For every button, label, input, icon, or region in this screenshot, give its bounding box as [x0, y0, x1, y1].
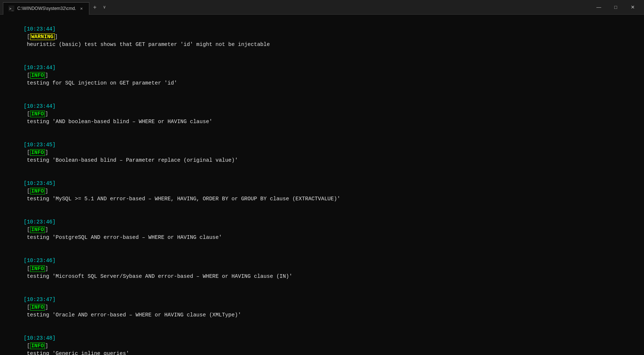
log-line-8: [10:23:47] [INFO] testing 'Oracle AND er…: [4, 288, 640, 327]
tab-close-button[interactable]: ✕: [79, 6, 84, 12]
tab-title: C:\WINDOWS\system32\cmd.: [17, 6, 76, 11]
active-tab[interactable]: >_ C:\WINDOWS\system32\cmd. ✕: [3, 2, 89, 15]
log-line-4: [10:23:45] [INFO] testing 'Boolean-based…: [4, 133, 640, 172]
titlebar-controls: — □ ✕: [590, 0, 641, 15]
titlebar: >_ C:\WINDOWS\system32\cmd. ✕ + ∨ — □ ✕: [0, 0, 644, 15]
timestamp-1: [10:23:44]: [24, 26, 56, 32]
log-line-6: [10:23:46] [INFO] testing 'PostgreSQL AN…: [4, 211, 640, 249]
log-line-7: [10:23:46] [INFO] testing 'Microsoft SQL…: [4, 249, 640, 288]
log-line-2: [10:23:44] [INFO] testing for SQL inject…: [4, 56, 640, 95]
tab-dropdown-button[interactable]: ∨: [100, 3, 109, 11]
log-line-1: [10:23:44] [WARNING] heuristic (basic) t…: [4, 18, 640, 56]
titlebar-left: >_ C:\WINDOWS\system32\cmd. ✕ + ∨: [3, 0, 590, 15]
log-line-5: [10:23:45] [INFO] testing 'MySQL >= 5.1 …: [4, 172, 640, 211]
log-line-3: [10:23:44] [INFO] testing 'AND boolean-b…: [4, 95, 640, 133]
badge-warning-1: WARNING: [30, 33, 55, 40]
minimize-button[interactable]: —: [590, 0, 607, 15]
new-tab-button[interactable]: +: [89, 3, 100, 12]
terminal-output[interactable]: [10:23:44] [WARNING] heuristic (basic) t…: [0, 15, 644, 355]
terminal-window: >_ C:\WINDOWS\system32\cmd. ✕ + ∨ — □ ✕ …: [0, 0, 644, 355]
svg-text:>_: >_: [9, 7, 14, 11]
close-button[interactable]: ✕: [624, 0, 641, 15]
log-line-9: [10:23:48] [INFO] testing 'Generic inlin…: [4, 327, 640, 355]
badge-info-2: INFO: [30, 72, 45, 79]
cmd-icon: >_: [8, 6, 14, 11]
maximize-button[interactable]: □: [607, 0, 624, 15]
